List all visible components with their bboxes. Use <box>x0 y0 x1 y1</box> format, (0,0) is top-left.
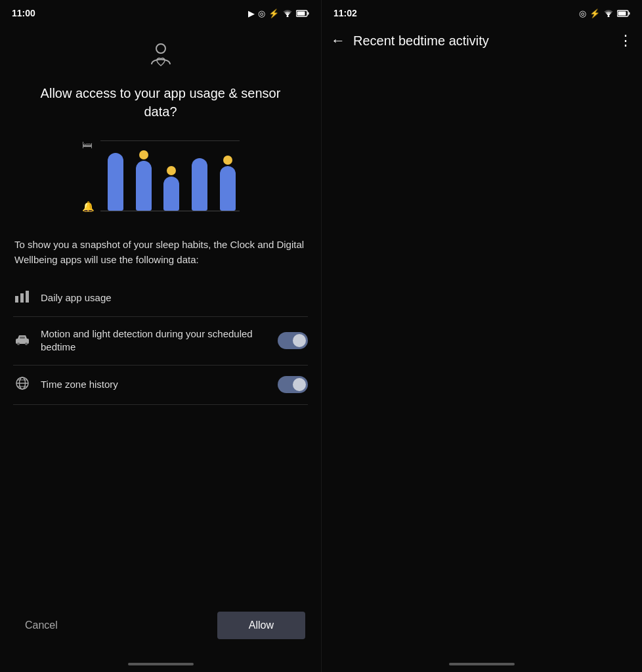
bar-col-4 <box>188 158 211 211</box>
cancel-button[interactable]: Cancel <box>16 613 67 638</box>
home-indicator-right <box>449 663 515 665</box>
svg-point-9 <box>17 343 20 345</box>
status-bar-left: 11:00 ▶ ◎ ⚡ <box>0 0 321 24</box>
svg-rect-6 <box>20 293 24 303</box>
bed-icon: 🛏 <box>82 139 93 151</box>
car-icon <box>13 333 32 348</box>
allow-button[interactable]: Allow <box>217 612 305 639</box>
home-indicator-left <box>128 663 194 665</box>
right-content <box>322 58 642 659</box>
bar-body-1 <box>108 153 123 211</box>
bar-body-5 <box>220 166 236 211</box>
svg-rect-11 <box>20 337 25 339</box>
bar-body-3 <box>163 177 179 211</box>
data-row-timezone: Time zone history <box>13 366 308 405</box>
globe-icon <box>13 376 32 394</box>
bar-col-1 <box>104 153 127 211</box>
more-options-icon[interactable]: ⋮ <box>618 32 633 49</box>
bar-chart-icon <box>13 291 32 306</box>
right-panel: 11:02 ◎ ⚡ ← Recent bedtime activity ⋮ <box>321 0 642 672</box>
bar-body-2 <box>136 161 152 211</box>
svg-point-0 <box>287 16 289 18</box>
target-icon: ◎ <box>258 9 265 18</box>
bar-dot-3 <box>167 166 176 175</box>
status-time-left: 11:00 <box>12 8 35 18</box>
permission-icon-wrap <box>13 24 308 84</box>
nav-title-right: Recent bedtime activity <box>353 33 618 49</box>
svg-rect-3 <box>297 11 305 15</box>
wifi-icon-right <box>603 9 614 17</box>
bar-col-5 <box>217 156 240 211</box>
bar-dot-2 <box>139 150 148 159</box>
left-scroll-content: Allow access to your app usage & sensor … <box>0 24 321 598</box>
permission-title: Allow access to your app usage & sensor … <box>13 84 308 134</box>
svg-point-4 <box>156 44 165 53</box>
chart-baseline <box>100 211 240 211</box>
svg-rect-20 <box>618 11 626 15</box>
data-row-daily-usage: Daily app usage <box>13 280 308 317</box>
description-text: To show you a snapshot of your sleep hab… <box>13 238 308 267</box>
bolt-icon: ⚡ <box>268 9 279 18</box>
status-icons-left: ▶ ◎ ⚡ <box>248 9 309 18</box>
play-icon: ▶ <box>248 9 255 18</box>
svg-rect-5 <box>15 296 18 303</box>
permission-icon <box>145 39 177 74</box>
left-panel: 11:00 ▶ ◎ ⚡ <box>0 0 321 672</box>
svg-rect-2 <box>308 12 309 14</box>
bar-col-3 <box>160 166 183 211</box>
svg-point-17 <box>608 16 610 18</box>
status-bar-right: 11:02 ◎ ⚡ <box>322 0 642 24</box>
chart-bars <box>104 145 240 211</box>
bar-dot-5 <box>223 156 232 165</box>
bar-body-4 <box>192 158 207 211</box>
motion-toggle[interactable] <box>278 332 308 349</box>
target-icon-right: ◎ <box>579 9 586 18</box>
wifi-icon <box>282 9 293 17</box>
battery-icon <box>296 10 309 17</box>
bottom-buttons: Cancel Allow <box>0 598 321 659</box>
alarm-icon: 🔔 <box>82 201 95 213</box>
status-time-right: 11:02 <box>333 8 357 18</box>
nav-bar-right: ← Recent bedtime activity ⋮ <box>322 24 642 58</box>
back-button-right[interactable]: ← <box>331 32 345 49</box>
bar-col-2 <box>132 150 155 211</box>
svg-rect-7 <box>26 291 29 303</box>
data-row-motion: Motion and light detection during your s… <box>13 317 308 366</box>
svg-point-10 <box>25 343 28 345</box>
status-icons-right: ◎ ⚡ <box>579 9 630 18</box>
bolt-icon-right: ⚡ <box>589 9 600 18</box>
motion-label: Motion and light detection during your s… <box>41 327 268 354</box>
daily-usage-label: Daily app usage <box>41 291 308 304</box>
chart-topline <box>100 140 240 141</box>
svg-rect-19 <box>629 12 630 14</box>
timezone-toggle[interactable] <box>278 376 308 393</box>
timezone-label: Time zone history <box>41 378 268 391</box>
battery-icon-right <box>617 10 630 17</box>
